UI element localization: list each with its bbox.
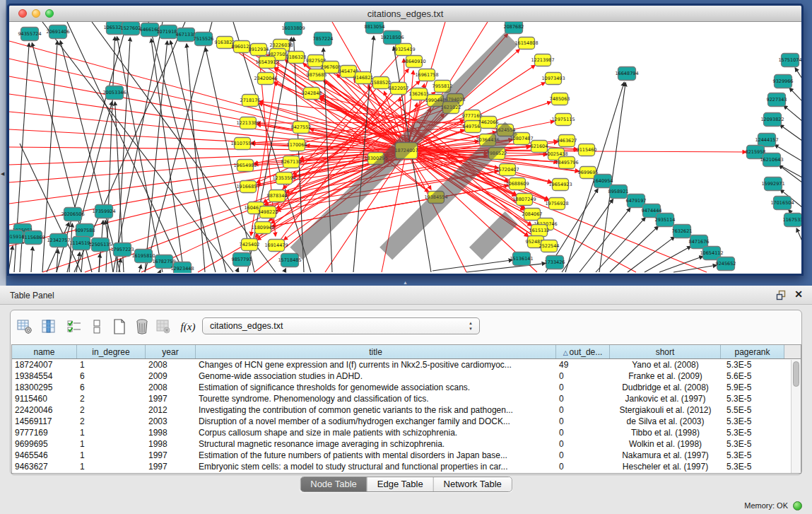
table-browser-container: f(x) citations_edges.txt ▲▼ name in_degr…	[10, 310, 802, 475]
network-graph-canvas[interactable]: 1872400791638228960128891293423226038982…	[9, 22, 801, 273]
float-window-icon[interactable]	[776, 290, 787, 300]
cell-pagerank: 5.5E-5	[721, 404, 784, 416]
tab-edge-table[interactable]: Edge Table	[367, 477, 434, 491]
select-attributes-button[interactable]	[64, 317, 84, 337]
table-row[interactable]: 969969511998Structural magnetic resonanc…	[12, 438, 801, 450]
cell-name: 19384554	[12, 370, 77, 382]
table-row[interactable]: 1830029562008Estimation of significance …	[12, 382, 801, 393]
table-row[interactable]: 946554611997Estimation of the future num…	[12, 450, 801, 461]
table-header-row: name in_degree year title △out_de... sho…	[12, 345, 801, 359]
cell-name: 9115460	[12, 393, 77, 404]
new-table-button[interactable]	[110, 317, 129, 337]
column-header-title[interactable]: title	[196, 345, 556, 358]
function-builder-button[interactable]: f(x)	[176, 317, 200, 337]
memory-ok-light-icon[interactable]	[793, 501, 802, 510]
cell-in_degree: 1	[77, 427, 146, 438]
table-selector-value: citations_edges.txt	[210, 321, 283, 331]
column-header-pagerank[interactable]: pagerank	[721, 345, 784, 358]
cell-year: 2009	[146, 370, 196, 382]
column-header-name[interactable]: name	[12, 345, 77, 358]
cell-short: Dudbridge et al. (2008)	[610, 382, 721, 393]
table-row[interactable]: 1456911722003Disruption of a novel membe…	[12, 416, 801, 427]
cell-name: 9777169	[12, 427, 77, 438]
cell-short: Jankovic et al. (1997)	[610, 393, 721, 404]
show-columns-button[interactable]	[39, 317, 59, 337]
sort-ascending-icon: △	[563, 349, 568, 356]
close-panel-icon[interactable]: ✕	[794, 288, 803, 300]
cell-name: 22420046	[12, 404, 77, 416]
cell-out_degree: 0	[556, 393, 610, 404]
column-header-in-degree[interactable]: in_degree	[77, 345, 146, 358]
cell-in_degree: 1	[77, 450, 146, 461]
table-row[interactable]: 1872400712008Changes of HCN gene express…	[12, 359, 801, 370]
tab-node-table[interactable]: Node Table	[300, 477, 367, 491]
cell-out_degree: 0	[556, 450, 610, 461]
cell-year: 2012	[146, 404, 196, 416]
cell-short: Tibbo et al. (1998)	[610, 427, 721, 438]
column-header-year[interactable]: year	[146, 345, 196, 358]
table-type-tabs: Node Table Edge Table Network Table	[300, 477, 512, 492]
tab-network-table[interactable]: Network Table	[434, 477, 512, 491]
cell-pagerank: 5.3E-5	[721, 393, 784, 404]
table-row[interactable]: 1938455462009Genome-wide association stu…	[12, 370, 801, 382]
cell-pagerank: 5.3E-5	[721, 416, 784, 427]
cell-out_degree: 0	[556, 382, 610, 393]
table-panel: Table Panel ✕	[0, 286, 812, 514]
table-vertical-scrollbar[interactable]	[791, 360, 801, 474]
column-header-out-degree[interactable]: △out_de...	[556, 345, 610, 358]
cell-year: 2008	[146, 359, 196, 370]
table-row[interactable]: 2242004622012Investigating the contribut…	[12, 404, 801, 416]
table-row[interactable]: 977716911998Corpus callosum shape and si…	[12, 427, 801, 438]
cell-pagerank: 5.3E-5	[721, 438, 784, 450]
network-window-title: citations_edges.txt	[9, 8, 801, 19]
cell-year: 2008	[146, 382, 196, 393]
cell-name: 9465546	[12, 450, 77, 461]
cell-pagerank: 5.3E-5	[721, 461, 784, 472]
delete-table-button[interactable]	[132, 317, 152, 337]
cell-name: 14569117	[12, 416, 77, 427]
cell-in_degree: 1	[77, 461, 146, 472]
row-height-button[interactable]	[87, 317, 107, 337]
table-selector-dropdown[interactable]: citations_edges.txt ▲▼	[202, 317, 480, 334]
scrollbar-thumb[interactable]	[793, 361, 799, 387]
cell-name: 9699695	[12, 438, 77, 450]
cell-short: Franke et al. (2009)	[610, 370, 721, 382]
fx-icon: f(x)	[181, 321, 196, 332]
table-row[interactable]: 946362711997Embryonic stem cells: a mode…	[12, 461, 801, 472]
cell-in_degree: 2	[77, 393, 146, 404]
table-panel-title: Table Panel	[10, 291, 54, 300]
table-settings-button[interactable]	[15, 317, 35, 337]
cell-title: Corpus callosum shape and size in male p…	[196, 427, 556, 438]
cell-title: Estimation of significance thresholds fo…	[196, 382, 556, 393]
expand-panel-arrow-icon[interactable]: ◀	[1, 171, 4, 177]
column-header-short[interactable]: short	[610, 345, 721, 358]
table-body[interactable]: 1872400712008Changes of HCN gene express…	[12, 359, 801, 472]
resize-grip-icon[interactable]	[9, 22, 800, 271]
import-table-disabled-button[interactable]	[153, 317, 173, 337]
table-row[interactable]: 911546021997Tourette syndrome. Phenomeno…	[12, 393, 801, 404]
cell-in_degree: 6	[77, 382, 146, 393]
status-bar: Memory: OK	[744, 499, 802, 512]
cell-title: Investigating the contribution of common…	[196, 404, 556, 416]
cell-title: Disruption of a novel member of a sodium…	[196, 416, 556, 427]
cell-title: Estimation of the future numbers of pati…	[196, 450, 556, 461]
cell-out_degree: 0	[556, 416, 610, 427]
cell-pagerank: 5.3E-5	[721, 450, 784, 461]
cell-year: 1998	[146, 427, 196, 438]
node-table: name in_degree year title △out_de... sho…	[11, 344, 801, 474]
cell-title: Tourette syndrome. Phenomenology and cla…	[196, 393, 556, 404]
cell-in_degree: 2	[77, 416, 146, 427]
network-window-titlebar[interactable]: citations_edges.txt	[9, 6, 801, 22]
table-toolbar: f(x) citations_edges.txt ▲▼	[11, 313, 801, 341]
cell-year: 1998	[146, 438, 196, 450]
cell-out_degree: 0	[556, 370, 610, 382]
cell-pagerank: 5.6E-5	[721, 370, 784, 382]
cell-pagerank: 5.9E-5	[721, 382, 784, 393]
cell-out_degree: 0	[556, 461, 610, 472]
cell-short: Stergiakouli et al. (2012)	[610, 404, 721, 416]
panel-splitter-handle[interactable]: ▲	[403, 280, 410, 285]
collapsed-control-panel-strip[interactable]: ◀	[0, 0, 6, 286]
network-view-window: citations_edges.txt 18724007916382289601…	[7, 4, 804, 276]
memory-status-text: Memory: OK	[744, 501, 788, 510]
cell-year: 1997	[146, 450, 196, 461]
